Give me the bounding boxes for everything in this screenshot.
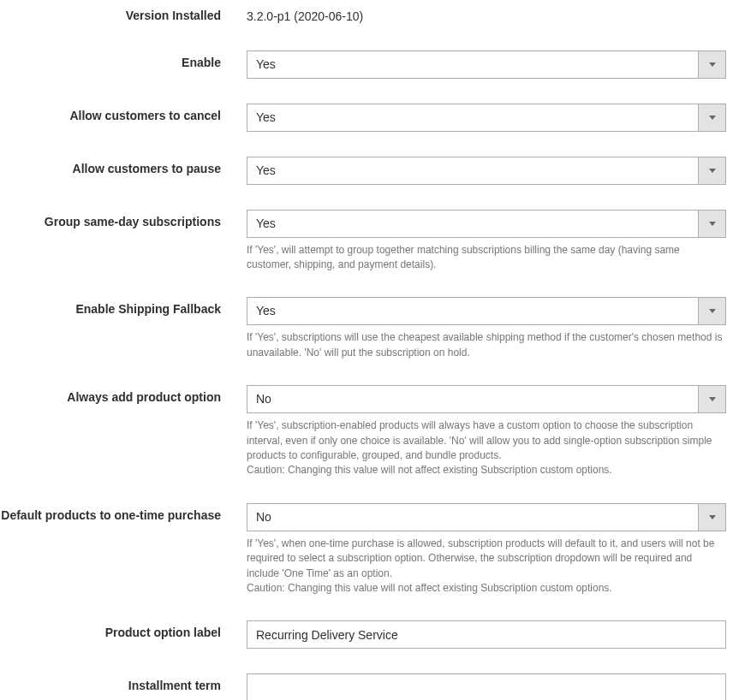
label-text: Product option label <box>105 626 221 639</box>
label-installment-term: Installment term <box>0 673 247 692</box>
field-shipping-fallback: Enable Shipping Fallback Yes If 'Yes', s… <box>0 297 739 360</box>
label-allow-cancel: Allow customers to cancel <box>0 104 247 122</box>
label-always-add-option: Always add product option <box>0 385 247 404</box>
input-product-option-label[interactable] <box>247 620 726 649</box>
field-allow-pause: Allow customers to pause Yes <box>0 157 739 185</box>
value-version-installed: 3.2.0-p1 (2020-06-10) <box>247 9 739 26</box>
select-always-add-option[interactable]: No <box>247 385 726 413</box>
label-group-same-day: Group same-day subscriptions <box>0 210 247 228</box>
select-default-one-time[interactable]: No <box>247 503 726 531</box>
field-allow-cancel: Allow customers to cancel Yes <box>0 104 739 132</box>
control-product-option-label <box>247 620 739 649</box>
label-text: Enable Shipping Fallback <box>75 302 221 316</box>
control-allow-pause: Yes <box>247 157 739 185</box>
select-group-same-day[interactable]: Yes <box>247 210 726 238</box>
field-always-add-option: Always add product option No If 'Yes', s… <box>0 385 739 478</box>
label-allow-pause: Allow customers to pause <box>0 157 247 175</box>
field-enable: Enable Yes <box>0 50 739 79</box>
label-enable: Enable <box>0 50 247 69</box>
label-product-option-label: Product option label <box>0 620 247 639</box>
label-text: Allow customers to pause <box>73 162 221 175</box>
select-allow-cancel[interactable]: Yes <box>247 104 726 132</box>
select-enable[interactable]: Yes <box>247 50 726 79</box>
control-enable: Yes <box>247 50 739 79</box>
control-always-add-option: No If 'Yes', subscription-enabled produc… <box>247 385 739 478</box>
label-text: Allow customers to cancel <box>69 109 221 122</box>
field-product-option-label: Product option label <box>0 620 739 649</box>
note-shipping-fallback: If 'Yes', subscriptions will use the che… <box>247 330 726 360</box>
input-installment-term[interactable] <box>247 673 726 700</box>
label-text: Group same-day subscriptions <box>45 215 221 228</box>
label-text: Default products to one-time purchase <box>1 508 221 522</box>
control-allow-cancel: Yes <box>247 104 739 132</box>
control-installment-term: Enter the term to use for billings, as i… <box>247 673 739 700</box>
select-value: Yes <box>247 104 726 132</box>
control-default-one-time: No If 'Yes', when one-time purchase is a… <box>247 503 739 596</box>
select-value: Yes <box>247 297 726 325</box>
note-caution: Caution: Changing this value will not af… <box>247 581 726 596</box>
note-caution: Caution: Changing this value will not af… <box>247 463 726 478</box>
field-installment-term: Installment term Enter the term to use f… <box>0 673 739 700</box>
select-value: No <box>247 503 726 531</box>
note-always-add-option: If 'Yes', subscription-enabled products … <box>247 418 726 478</box>
note-group-same-day: If 'Yes', will attempt to group together… <box>247 243 726 273</box>
select-value: No <box>247 385 726 413</box>
note-text: If 'Yes', subscription-enabled products … <box>247 419 712 461</box>
value-text: 3.2.0-p1 (2020-06-10) <box>247 9 363 23</box>
select-value: Yes <box>247 50 726 79</box>
select-allow-pause[interactable]: Yes <box>247 157 726 185</box>
field-version-installed: Version Installed 3.2.0-p1 (2020-06-10) <box>0 9 739 26</box>
label-text: Installment term <box>128 679 221 692</box>
label-text: Version Installed <box>126 9 221 22</box>
field-default-one-time: Default products to one-time purchase No… <box>0 503 739 596</box>
control-group-same-day: Yes If 'Yes', will attempt to group toge… <box>247 210 739 273</box>
label-version-installed: Version Installed <box>0 9 247 22</box>
label-shipping-fallback: Enable Shipping Fallback <box>0 297 247 316</box>
label-text: Always add product option <box>67 390 221 404</box>
select-value: Yes <box>247 210 726 238</box>
label-text: Enable <box>182 56 221 69</box>
note-text: If 'Yes', when one-time purchase is allo… <box>247 537 714 579</box>
select-value: Yes <box>247 157 726 185</box>
select-shipping-fallback[interactable]: Yes <box>247 297 726 325</box>
control-shipping-fallback: Yes If 'Yes', subscriptions will use the… <box>247 297 739 360</box>
note-default-one-time: If 'Yes', when one-time purchase is allo… <box>247 537 726 596</box>
label-default-one-time: Default products to one-time purchase <box>0 503 247 522</box>
field-group-same-day: Group same-day subscriptions Yes If 'Yes… <box>0 210 739 273</box>
